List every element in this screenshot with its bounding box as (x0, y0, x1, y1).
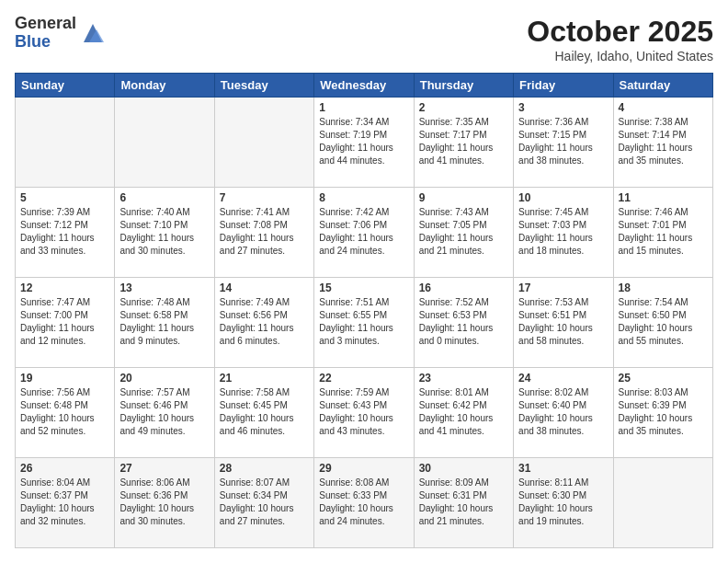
calendar-cell: 17Sunrise: 7:53 AM Sunset: 6:51 PM Dayli… (514, 278, 613, 368)
calendar-cell: 2Sunrise: 7:35 AM Sunset: 7:17 PM Daylig… (414, 98, 513, 188)
calendar-cell: 9Sunrise: 7:43 AM Sunset: 7:05 PM Daylig… (414, 188, 513, 278)
header: General Blue October 2025 Hailey, Idaho,… (15, 15, 713, 63)
day-info: Sunrise: 8:03 AM Sunset: 6:39 PM Dayligh… (619, 386, 708, 438)
logo-general: General (15, 15, 76, 33)
day-info: Sunrise: 7:43 AM Sunset: 7:05 PM Dayligh… (419, 206, 508, 258)
day-info: Sunrise: 7:36 AM Sunset: 7:15 PM Dayligh… (518, 116, 608, 167)
day-number: 10 (518, 191, 608, 204)
day-number: 4 (619, 101, 708, 114)
calendar-cell: 29Sunrise: 8:08 AM Sunset: 6:33 PM Dayli… (314, 458, 414, 548)
day-number: 17 (518, 282, 608, 294)
day-number: 19 (20, 372, 109, 385)
calendar-cell: 18Sunrise: 7:54 AM Sunset: 6:50 PM Dayli… (613, 278, 712, 368)
day-number: 2 (419, 101, 508, 114)
calendar-cell: 26Sunrise: 8:04 AM Sunset: 6:37 PM Dayli… (16, 458, 115, 548)
day-number: 29 (319, 462, 408, 475)
day-info: Sunrise: 7:40 AM Sunset: 7:10 PM Dayligh… (119, 206, 209, 258)
calendar-cell: 21Sunrise: 7:58 AM Sunset: 6:45 PM Dayli… (214, 368, 313, 458)
day-number: 28 (220, 462, 309, 475)
day-info: Sunrise: 7:41 AM Sunset: 7:08 PM Dayligh… (220, 206, 309, 258)
day-number: 26 (20, 462, 109, 475)
day-header-friday: Friday (514, 74, 613, 98)
day-number: 21 (220, 372, 309, 385)
calendar-cell: 23Sunrise: 8:01 AM Sunset: 6:42 PM Dayli… (414, 368, 513, 458)
calendar-cell: 5Sunrise: 7:39 AM Sunset: 7:12 PM Daylig… (16, 188, 115, 278)
logo-text: General Blue (15, 15, 76, 52)
day-info: Sunrise: 7:45 AM Sunset: 7:03 PM Dayligh… (518, 206, 608, 258)
calendar-cell: 27Sunrise: 8:06 AM Sunset: 6:36 PM Dayli… (115, 458, 214, 548)
day-info: Sunrise: 7:59 AM Sunset: 6:43 PM Dayligh… (319, 386, 408, 438)
day-number: 24 (518, 372, 608, 385)
calendar-cell: 20Sunrise: 7:57 AM Sunset: 6:46 PM Dayli… (115, 368, 214, 458)
day-info: Sunrise: 7:52 AM Sunset: 6:53 PM Dayligh… (419, 296, 508, 348)
calendar-cell (214, 98, 313, 188)
calendar-cell: 22Sunrise: 7:59 AM Sunset: 6:43 PM Dayli… (314, 368, 414, 458)
day-info: Sunrise: 8:04 AM Sunset: 6:37 PM Dayligh… (20, 477, 109, 528)
day-number: 9 (419, 191, 508, 204)
calendar-cell: 8Sunrise: 7:42 AM Sunset: 7:06 PM Daylig… (314, 188, 414, 278)
calendar-week-1: 1Sunrise: 7:34 AM Sunset: 7:19 PM Daylig… (16, 98, 713, 188)
day-number: 25 (619, 372, 708, 385)
day-number: 22 (319, 372, 408, 385)
day-info: Sunrise: 8:11 AM Sunset: 6:30 PM Dayligh… (518, 477, 608, 528)
day-info: Sunrise: 7:46 AM Sunset: 7:01 PM Dayligh… (619, 206, 708, 258)
calendar-cell: 13Sunrise: 7:48 AM Sunset: 6:58 PM Dayli… (115, 278, 214, 368)
day-header-tuesday: Tuesday (214, 74, 313, 98)
day-header-saturday: Saturday (613, 74, 712, 98)
calendar-cell: 12Sunrise: 7:47 AM Sunset: 7:00 PM Dayli… (16, 278, 115, 368)
day-number: 13 (119, 282, 209, 294)
day-info: Sunrise: 7:54 AM Sunset: 6:50 PM Dayligh… (619, 296, 708, 348)
day-info: Sunrise: 7:47 AM Sunset: 7:00 PM Dayligh… (20, 296, 109, 348)
logo-blue: Blue (15, 33, 76, 52)
day-number: 15 (319, 282, 408, 294)
calendar-week-4: 19Sunrise: 7:56 AM Sunset: 6:48 PM Dayli… (16, 368, 713, 458)
calendar-cell (16, 98, 115, 188)
day-info: Sunrise: 8:02 AM Sunset: 6:40 PM Dayligh… (518, 386, 608, 438)
calendar-cell: 25Sunrise: 8:03 AM Sunset: 6:39 PM Dayli… (613, 368, 712, 458)
calendar-cell (613, 458, 712, 548)
day-info: Sunrise: 7:53 AM Sunset: 6:51 PM Dayligh… (518, 296, 608, 348)
calendar-cell: 28Sunrise: 8:07 AM Sunset: 6:34 PM Dayli… (214, 458, 313, 548)
day-number: 30 (419, 462, 508, 475)
day-info: Sunrise: 7:42 AM Sunset: 7:06 PM Dayligh… (319, 206, 408, 258)
day-info: Sunrise: 7:38 AM Sunset: 7:14 PM Dayligh… (619, 116, 708, 167)
location: Hailey, Idaho, United States (527, 49, 713, 63)
day-number: 23 (419, 372, 508, 385)
logo-icon (80, 20, 106, 46)
calendar-cell: 1Sunrise: 7:34 AM Sunset: 7:19 PM Daylig… (314, 98, 414, 188)
page: General Blue October 2025 Hailey, Idaho,… (0, 0, 728, 563)
day-number: 16 (419, 282, 508, 294)
day-info: Sunrise: 7:57 AM Sunset: 6:46 PM Dayligh… (119, 386, 209, 438)
calendar-cell: 7Sunrise: 7:41 AM Sunset: 7:08 PM Daylig… (214, 188, 313, 278)
calendar-table: SundayMondayTuesdayWednesdayThursdayFrid… (15, 73, 713, 548)
day-info: Sunrise: 7:35 AM Sunset: 7:17 PM Dayligh… (419, 116, 508, 167)
day-info: Sunrise: 7:56 AM Sunset: 6:48 PM Dayligh… (20, 386, 109, 438)
day-number: 31 (518, 462, 608, 475)
calendar-cell: 10Sunrise: 7:45 AM Sunset: 7:03 PM Dayli… (514, 188, 613, 278)
month-title: October 2025 (527, 15, 713, 49)
day-number: 8 (319, 191, 408, 204)
calendar-cell: 15Sunrise: 7:51 AM Sunset: 6:55 PM Dayli… (314, 278, 414, 368)
calendar-week-3: 12Sunrise: 7:47 AM Sunset: 7:00 PM Dayli… (16, 278, 713, 368)
logo: General Blue (15, 15, 106, 52)
day-number: 6 (119, 191, 209, 204)
day-info: Sunrise: 8:07 AM Sunset: 6:34 PM Dayligh… (220, 477, 309, 528)
calendar-week-2: 5Sunrise: 7:39 AM Sunset: 7:12 PM Daylig… (16, 188, 713, 278)
day-header-monday: Monday (115, 74, 214, 98)
day-number: 1 (319, 101, 408, 114)
calendar-header-row: SundayMondayTuesdayWednesdayThursdayFrid… (16, 74, 713, 98)
day-number: 3 (518, 101, 608, 114)
day-info: Sunrise: 7:49 AM Sunset: 6:56 PM Dayligh… (220, 296, 309, 348)
day-info: Sunrise: 8:06 AM Sunset: 6:36 PM Dayligh… (119, 477, 209, 528)
day-header-thursday: Thursday (414, 74, 513, 98)
day-info: Sunrise: 8:01 AM Sunset: 6:42 PM Dayligh… (419, 386, 508, 438)
calendar-cell: 3Sunrise: 7:36 AM Sunset: 7:15 PM Daylig… (514, 98, 613, 188)
calendar-cell: 19Sunrise: 7:56 AM Sunset: 6:48 PM Dayli… (16, 368, 115, 458)
day-header-wednesday: Wednesday (314, 74, 414, 98)
calendar-cell: 11Sunrise: 7:46 AM Sunset: 7:01 PM Dayli… (613, 188, 712, 278)
day-info: Sunrise: 7:34 AM Sunset: 7:19 PM Dayligh… (319, 116, 408, 167)
day-info: Sunrise: 7:51 AM Sunset: 6:55 PM Dayligh… (319, 296, 408, 348)
calendar-cell: 14Sunrise: 7:49 AM Sunset: 6:56 PM Dayli… (214, 278, 313, 368)
calendar-cell: 6Sunrise: 7:40 AM Sunset: 7:10 PM Daylig… (115, 188, 214, 278)
day-info: Sunrise: 7:39 AM Sunset: 7:12 PM Dayligh… (20, 206, 109, 258)
